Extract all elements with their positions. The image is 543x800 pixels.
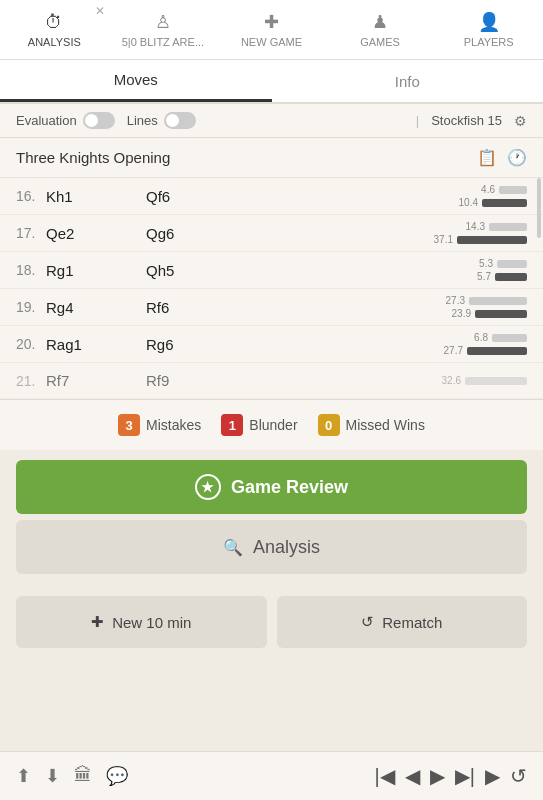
gear-icon[interactable]: ⚙ — [514, 113, 527, 129]
move-black[interactable]: Qh5 — [146, 262, 246, 279]
new-10-min-label: New 10 min — [112, 614, 191, 631]
book-icon[interactable]: 📋 — [477, 148, 497, 167]
evaluation-toggle[interactable] — [83, 112, 115, 129]
new-10-min-button[interactable]: ✚ New 10 min — [16, 596, 267, 648]
tab-new-game-label: NEW GAME — [241, 36, 302, 48]
tab-players-label: PLAYERS — [464, 36, 514, 48]
lines-toggle[interactable] — [164, 112, 196, 129]
chat-icon[interactable]: 💬 — [106, 765, 128, 787]
prev-move-icon[interactable]: ◀ — [405, 764, 420, 788]
mistakes-label: Mistakes — [146, 417, 201, 433]
evaluation-toggle-group: Evaluation — [16, 112, 115, 129]
move-white[interactable]: Rag1 — [46, 336, 146, 353]
missed-wins-badge: 0 — [318, 414, 340, 436]
move-white[interactable]: Rf7 — [46, 372, 146, 389]
analysis-toolbar: Evaluation Lines | Stockfish 15 ⚙ — [0, 104, 543, 138]
tab-games-label: GAMES — [360, 36, 400, 48]
opening-name-row: Three Knights Opening 📋 🕐 — [0, 138, 543, 178]
move-number: 21. — [16, 373, 46, 389]
table-row[interactable]: 16. Kh1 Qf6 4.6 10.4 — [0, 178, 543, 215]
missed-wins-stat: 0 Missed Wins — [318, 414, 425, 436]
rematch-button[interactable]: ↺ Rematch — [277, 596, 528, 648]
tab-analysis-label: ANALYSIS — [28, 36, 81, 48]
table-row[interactable]: 20. Rag1 Rg6 6.8 27.7 — [0, 326, 543, 363]
move-number: 16. — [16, 188, 46, 204]
missed-wins-label: Missed Wins — [346, 417, 425, 433]
moves-scroll-area[interactable]: 16. Kh1 Qf6 4.6 10.4 17. Qe2 Qg6 14.3 37… — [0, 178, 543, 399]
library-icon[interactable]: 🏛 — [74, 765, 92, 787]
table-row[interactable]: 17. Qe2 Qg6 14.3 37.1 — [0, 215, 543, 252]
move-number: 19. — [16, 299, 46, 315]
tab-analysis[interactable]: ✕ ⏱ ANALYSIS — [0, 0, 109, 59]
tab-info-label: Info — [395, 73, 420, 90]
first-move-icon[interactable]: |◀ — [375, 764, 395, 788]
clock-icon[interactable]: 🕐 — [507, 148, 527, 167]
rematch-label: Rematch — [382, 614, 442, 631]
black-bar — [495, 273, 527, 281]
lines-toggle-group: Lines — [127, 112, 196, 129]
toolbar-separator: | — [416, 113, 419, 128]
tab-info[interactable]: Info — [272, 60, 544, 102]
play-icon[interactable]: ▶ — [485, 764, 500, 788]
move-black[interactable]: Qg6 — [146, 225, 246, 242]
refresh-icon[interactable]: ↺ — [510, 764, 527, 788]
next-move-icon[interactable]: ▶ — [430, 764, 445, 788]
mistakes-count: 3 — [125, 418, 132, 433]
blunder-stat: 1 Blunder — [221, 414, 297, 436]
game-review-button[interactable]: ★ Game Review — [16, 460, 527, 514]
move-bars: 27.3 23.9 — [439, 295, 527, 319]
players-icon: 👤 — [478, 11, 500, 33]
white-bar — [489, 223, 527, 231]
close-analysis-icon[interactable]: ✕ — [95, 4, 105, 18]
tab-moves-label: Moves — [114, 71, 158, 88]
white-bar — [469, 297, 527, 305]
action-buttons-row: ✚ New 10 min ↺ Rematch — [0, 580, 543, 656]
opening-name: Three Knights Opening — [16, 149, 170, 166]
table-row[interactable]: 21. Rf7 Rf9 32.6 — [0, 363, 543, 399]
games-icon: ♟ — [372, 11, 388, 33]
move-white[interactable]: Kh1 — [46, 188, 146, 205]
white-bar — [497, 260, 527, 268]
table-row[interactable]: 19. Rg4 Rf6 27.3 23.9 — [0, 289, 543, 326]
missed-wins-count: 0 — [325, 418, 332, 433]
scrollbar[interactable] — [537, 178, 541, 238]
blitz-icon: ♙ — [155, 11, 171, 33]
tab-new-game[interactable]: ✚ NEW GAME — [217, 0, 326, 59]
stockfish-label: Stockfish 15 — [431, 113, 502, 128]
blunder-count: 1 — [229, 418, 236, 433]
move-bars: 5.3 5.7 — [465, 258, 527, 282]
game-review-label: Game Review — [231, 477, 348, 498]
move-black[interactable]: Rf6 — [146, 299, 246, 316]
move-number: 18. — [16, 262, 46, 278]
move-black[interactable]: Qf6 — [146, 188, 246, 205]
move-black[interactable]: Rg6 — [146, 336, 246, 353]
analysis-button[interactable]: 🔍 Analysis — [16, 520, 527, 574]
analysis-label: Analysis — [253, 537, 320, 558]
black-bar — [475, 310, 527, 318]
move-bars: 4.6 10.4 — [452, 184, 527, 208]
rematch-icon: ↺ — [361, 613, 374, 631]
table-row[interactable]: 18. Rg1 Qh5 5.3 5.7 — [0, 252, 543, 289]
blunder-badge: 1 — [221, 414, 243, 436]
move-black[interactable]: Rf9 — [146, 372, 246, 389]
last-move-icon[interactable]: ▶| — [455, 764, 475, 788]
tab-moves[interactable]: Moves — [0, 60, 272, 102]
move-white[interactable]: Qe2 — [46, 225, 146, 242]
move-bars: 14.3 37.1 — [427, 221, 527, 245]
evaluation-label: Evaluation — [16, 113, 77, 128]
tab-blitz[interactable]: ♙ 5|0 BLITZ ARE... — [109, 0, 218, 59]
black-bar — [482, 199, 527, 207]
mistakes-stat: 3 Mistakes — [118, 414, 201, 436]
tab-blitz-label: 5|0 BLITZ ARE... — [122, 36, 204, 48]
moves-table: 16. Kh1 Qf6 4.6 10.4 17. Qe2 Qg6 14.3 37… — [0, 178, 543, 399]
lines-label: Lines — [127, 113, 158, 128]
move-white[interactable]: Rg4 — [46, 299, 146, 316]
share-icon[interactable]: ⬆ — [16, 765, 31, 787]
move-white[interactable]: Rg1 — [46, 262, 146, 279]
tab-players[interactable]: 👤 PLAYERS — [434, 0, 543, 59]
move-bars: 6.8 27.7 — [437, 332, 527, 356]
blunder-label: Blunder — [249, 417, 297, 433]
download-icon[interactable]: ⬇ — [45, 765, 60, 787]
tab-games[interactable]: ♟ GAMES — [326, 0, 435, 59]
white-bar — [492, 334, 527, 342]
